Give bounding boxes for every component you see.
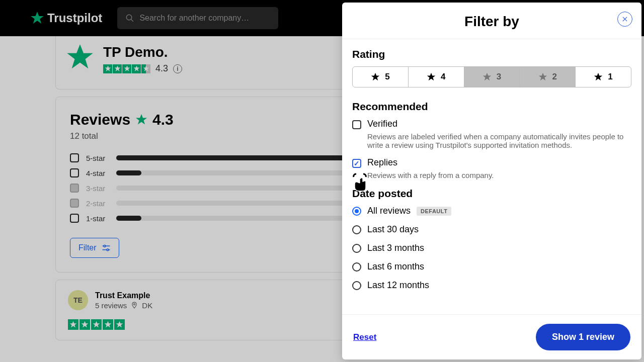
svg-marker-26: [594, 73, 603, 80]
verified-desc: Reviews are labeled verified when a comp…: [367, 132, 631, 149]
show-results-button[interactable]: Show 1 review: [536, 324, 630, 350]
radio-label: Last 6 months: [367, 261, 424, 272]
rating-filter: 54321: [352, 66, 631, 87]
close-button[interactable]: [617, 12, 632, 27]
default-badge: DEFAULT: [417, 207, 451, 216]
svg-marker-22: [371, 73, 380, 80]
radio-label: Last 30 days: [367, 224, 419, 235]
radio-label: All reviews: [367, 206, 411, 216]
verified-label: Verified: [367, 119, 397, 129]
date-options: All reviewsDEFAULTLast 30 daysLast 3 mon…: [352, 206, 631, 291]
radio[interactable]: [352, 207, 361, 216]
replies-label: Replies: [367, 157, 397, 168]
svg-marker-25: [538, 73, 547, 80]
reset-link[interactable]: Reset: [353, 332, 376, 342]
rating-option-1[interactable]: 1: [576, 67, 631, 87]
replies-checkbox[interactable]: [352, 159, 361, 168]
date-option[interactable]: Last 3 months: [352, 243, 631, 253]
date-option[interactable]: Last 6 months: [352, 261, 631, 272]
radio[interactable]: [352, 262, 361, 272]
replies-desc: Reviews with a reply from a company.: [367, 171, 631, 179]
radio[interactable]: [352, 244, 361, 253]
svg-marker-23: [427, 73, 436, 80]
filter-panel: Filter by Rating 54321 Recommended Verif…: [342, 3, 641, 359]
svg-marker-24: [483, 73, 492, 80]
rating-option-2[interactable]: 2: [520, 67, 576, 87]
radio-label: Last 3 months: [367, 243, 424, 253]
rating-option-5[interactable]: 5: [353, 67, 409, 87]
date-option[interactable]: All reviewsDEFAULT: [352, 206, 631, 216]
radio[interactable]: [352, 225, 361, 234]
date-option[interactable]: Last 30 days: [352, 224, 631, 235]
rating-option-4[interactable]: 4: [409, 67, 464, 87]
rating-option-3[interactable]: 3: [464, 67, 520, 87]
verified-checkbox[interactable]: [352, 120, 361, 129]
radio[interactable]: [352, 281, 361, 290]
radio-label: Last 12 months: [367, 280, 429, 291]
rating-section-title: Rating: [352, 48, 631, 60]
panel-title: Filter by: [464, 14, 519, 30]
recommended-section-title: Recommended: [352, 101, 631, 113]
close-icon: [621, 16, 628, 23]
date-section-title: Date posted: [352, 188, 631, 200]
date-option[interactable]: Last 12 months: [352, 280, 631, 291]
